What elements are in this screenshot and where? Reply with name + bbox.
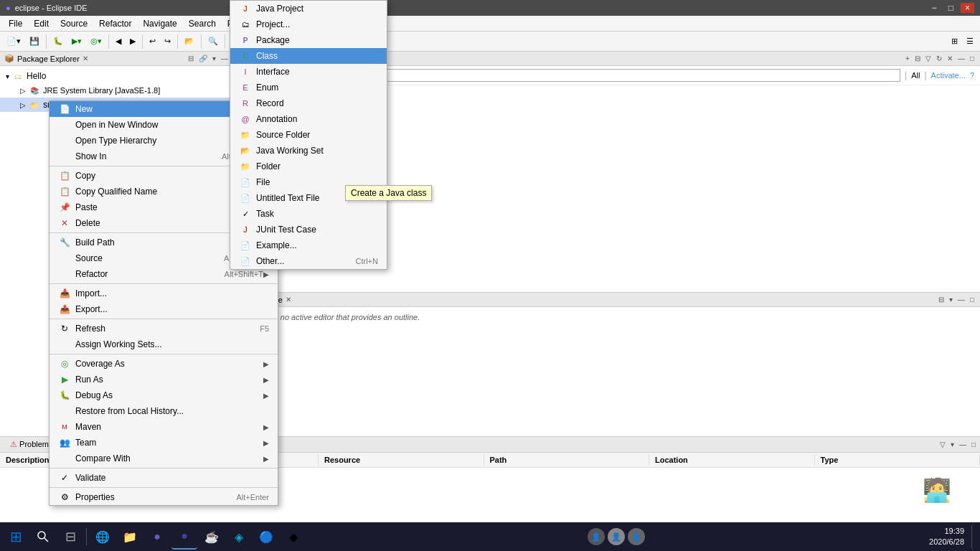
sub-source-folder[interactable]: 📁 Source Folder: [230, 127, 387, 143]
search-toolbar-button[interactable]: 🔍: [204, 34, 222, 48]
taskbar-app-6[interactable]: ◆: [281, 524, 306, 550]
ctx-refresh[interactable]: ↻ Refresh F5: [50, 321, 278, 336]
sub-java-working-set[interactable]: 📂 Java Working Set: [230, 143, 387, 159]
link-icon[interactable]: 🔗: [197, 55, 209, 62]
minimize-button[interactable]: −: [928, 3, 941, 13]
ctx-team[interactable]: 👥 Team ▶: [50, 435, 278, 451]
show-desktop-button[interactable]: [971, 524, 977, 550]
taskbar-app-java[interactable]: ☕: [199, 524, 225, 550]
outline-maximize-icon[interactable]: □: [969, 296, 976, 303]
sub-project[interactable]: 🗂 Project...: [230, 17, 387, 32]
perspective-button[interactable]: ⊞: [948, 34, 961, 48]
sub-example-label: Example...: [256, 240, 378, 250]
close-package-explorer-icon[interactable]: ✕: [83, 55, 88, 62]
sub-class[interactable]: C Class: [230, 48, 387, 64]
task-collapse-icon[interactable]: ⊟: [913, 55, 922, 62]
ctx-compare-with[interactable]: Compare With ▶: [50, 451, 278, 466]
maximize-button[interactable]: □: [944, 3, 958, 13]
taskbar-app-1[interactable]: 🌐: [90, 524, 116, 550]
filter-all-label[interactable]: All: [911, 71, 920, 80]
record-icon: R: [239, 99, 252, 108]
bottom-minimize-icon[interactable]: —: [958, 441, 968, 448]
taskbar-app-5[interactable]: 🔵: [253, 524, 279, 550]
maven-icon: M: [58, 423, 71, 430]
filter-activate-label[interactable]: Activate...: [931, 71, 966, 80]
taskbar-app-eclipse[interactable]: ●: [171, 524, 197, 550]
taskbar-app-4[interactable]: ◈: [226, 524, 252, 550]
sub-interface[interactable]: I Interface: [230, 64, 387, 80]
save-button[interactable]: 💾: [26, 34, 43, 48]
new-button[interactable]: 📄▾: [3, 34, 24, 48]
sub-folder[interactable]: 📁 Folder: [230, 159, 387, 174]
task-new-icon[interactable]: +: [904, 55, 911, 62]
ctx-assign-working-sets-label: Assign Working Sets...: [75, 339, 269, 349]
outline-empty-text: There is no active editor that provides …: [244, 307, 980, 327]
panel-menu-icon[interactable]: ▾: [211, 55, 217, 62]
run-button[interactable]: ▶▾: [68, 34, 85, 48]
ctx-debug-as[interactable]: 🐛 Debug As ▶: [50, 387, 278, 403]
help-icon[interactable]: ?: [970, 71, 974, 80]
start-button[interactable]: ⊞: [3, 524, 29, 550]
ctx-properties[interactable]: ⚙ Properties Alt+Enter: [50, 489, 278, 505]
ctx-coverage-as[interactable]: ◎ Coverage As ▶: [50, 356, 278, 372]
task-filter-icon[interactable]: ▽: [924, 55, 933, 62]
outline-collapse-icon[interactable]: ⊟: [937, 296, 946, 303]
menu-search[interactable]: Search: [183, 17, 222, 30]
minimize-panel-icon[interactable]: —: [220, 55, 230, 62]
annotation-icon: @: [239, 115, 252, 123]
collapse-all-icon[interactable]: ⊟: [187, 55, 195, 62]
task-view-button[interactable]: ⊟: [57, 524, 83, 550]
undo-button[interactable]: ↩: [146, 34, 159, 48]
menu-navigate[interactable]: Navigate: [137, 17, 182, 30]
window-controls[interactable]: − □ ×: [928, 3, 974, 13]
outline-menu-icon[interactable]: ▾: [948, 296, 954, 303]
ctx-assign-working-sets[interactable]: Assign Working Sets...: [50, 336, 278, 352]
bottom-menu-icon[interactable]: ▾: [949, 441, 956, 448]
task-delete-icon[interactable]: ✕: [946, 55, 954, 62]
menu-refactor[interactable]: Refactor: [93, 17, 137, 30]
ctx-validate[interactable]: ✓ Validate: [50, 470, 278, 486]
next-edit-button[interactable]: ▶: [126, 34, 139, 48]
bottom-filter-icon[interactable]: ▽: [938, 441, 947, 448]
sub-record[interactable]: R Record: [230, 95, 387, 111]
close-button[interactable]: ×: [961, 3, 974, 13]
task-minimize-icon[interactable]: —: [956, 55, 966, 62]
task-sync-icon[interactable]: ↻: [935, 55, 943, 62]
open-file-button[interactable]: 📂: [181, 34, 198, 48]
sub-package[interactable]: P Package: [230, 32, 387, 48]
taskbar-app-3[interactable]: ●: [144, 524, 170, 550]
prev-edit-button[interactable]: ◀: [112, 34, 125, 48]
menu-edit[interactable]: Edit: [28, 17, 55, 30]
search-taskbar-button[interactable]: [30, 524, 56, 550]
debug-button[interactable]: 🐛: [50, 34, 67, 48]
sub-task[interactable]: ✓ Task: [230, 206, 387, 222]
menu-source[interactable]: Source: [55, 17, 93, 30]
ctx-import[interactable]: 📥 Import...: [50, 286, 278, 301]
sub-java-project[interactable]: J Java Project: [230, 1, 387, 17]
ctx-maven[interactable]: M Maven ▶: [50, 419, 278, 435]
sub-other-shortcut: Ctrl+N: [356, 257, 378, 265]
coverage-button[interactable]: ◎▾: [87, 34, 105, 48]
sub-junit[interactable]: J JUnit Test Case: [230, 222, 387, 237]
ctx-team-arrow: ▶: [263, 439, 269, 447]
ctx-export[interactable]: 📤 Export...: [50, 301, 278, 317]
sub-enum[interactable]: E Enum: [230, 80, 387, 95]
taskbar-app-2[interactable]: 📁: [117, 524, 143, 550]
sub-other[interactable]: 📄 Other... Ctrl+N: [230, 253, 387, 269]
outline-minimize-icon[interactable]: —: [956, 296, 966, 303]
sub-example[interactable]: 📄 Example...: [230, 237, 387, 253]
menu-file[interactable]: File: [3, 17, 28, 30]
bottom-maximize-icon[interactable]: □: [970, 441, 977, 448]
tree-item-jre[interactable]: ▷ 📚 JRE System Library [JavaSE-1.8]: [0, 83, 243, 98]
interface-icon: I: [239, 67, 252, 76]
sub-annotation[interactable]: @ Annotation: [230, 111, 387, 127]
window-title: eclipse - Eclipse IDE: [15, 4, 88, 12]
tree-item-hello[interactable]: ▾ 🗂 Hello: [0, 69, 243, 83]
close-outline-icon[interactable]: ✕: [286, 296, 291, 303]
task-maximize-icon[interactable]: □: [969, 55, 976, 62]
ctx-restore-local[interactable]: Restore from Local History...: [50, 403, 278, 419]
ctx-delete-label: Delete: [75, 218, 232, 228]
view-button[interactable]: ☰: [963, 34, 977, 48]
ctx-run-as[interactable]: ▶ Run As ▶: [50, 372, 278, 387]
redo-button[interactable]: ↪: [161, 34, 174, 48]
